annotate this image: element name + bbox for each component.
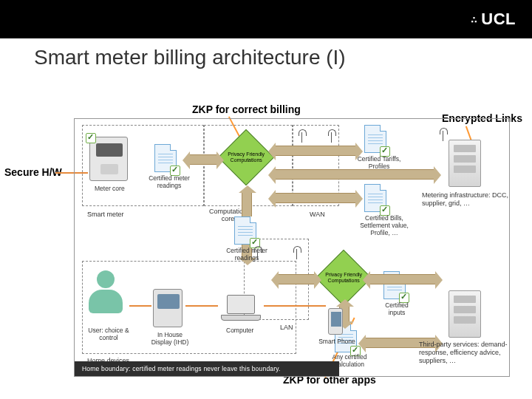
link [129,305,151,307]
lbl-bills: Certified Bills, Settlement value, Profi… [352,215,416,236]
lbl-tariffs: Certified Tariffs, Profiles [357,156,401,171]
zone-label-wan: WAN [310,211,325,218]
architecture-diagram: Smart meter Meter core Computation core … [74,118,510,377]
antenna-icon [299,129,305,143]
lbl-cert-inputs: Certified inputs [376,302,417,317]
home-boundary-bar: Home boundary: certified meter readings … [75,361,339,376]
arrow-icon [279,274,314,284]
link [264,305,326,307]
arrow-icon [276,169,434,180]
zone-label-mc: Meter core [95,185,125,193]
antenna-icon [328,129,335,143]
lbl-computer: Computer [226,327,253,335]
arrow-icon [276,146,355,156]
ihd-icon [153,289,183,327]
doc-tariffs [364,125,386,153]
lbl-phone: Smart Phone [317,338,357,346]
lbl-third-party: Third-party services: demand-response, e… [419,341,509,364]
antenna-icon [254,246,261,259]
server-icon [449,290,481,338]
lbl-user: User: choice & control [78,327,139,342]
annot-secure-hw: Secure H/W [4,166,62,178]
doc-bills [364,184,386,212]
ucl-logo: ⛬ UCL [469,10,516,29]
arrow-icon [370,274,435,284]
zone-label-sm: Smart meter [87,211,124,218]
antenna-icon [440,128,446,141]
lbl-meter-readings: Certified meter readings [143,175,196,190]
page-title: Smart meter billing architecture (I) [34,46,532,69]
arrow-icon [190,154,216,165]
meter-icon [89,137,128,181]
doc-meter-readings-2 [234,216,256,245]
link [185,305,218,307]
lbl-metering-infra: Metering infrastructure: DCC, supplier, … [422,191,509,208]
lbl-cert-meter2: Certified meter readings [219,248,274,262]
arrow-icon [276,193,355,203]
logo-text: UCL [481,10,516,29]
lbl-ihd: In House Display (IHD) [147,332,193,347]
user-icon [83,270,128,322]
annot-zkp-billing: ZKP for correct billing [192,103,301,115]
server-icon [449,140,481,187]
doc-meter-readings [154,144,177,172]
antenna-icon [293,246,300,259]
title-bar: ⛬ UCL [0,0,532,38]
portico-icon: ⛬ [469,14,480,25]
computer-icon [221,295,261,323]
phone-icon [328,308,343,335]
